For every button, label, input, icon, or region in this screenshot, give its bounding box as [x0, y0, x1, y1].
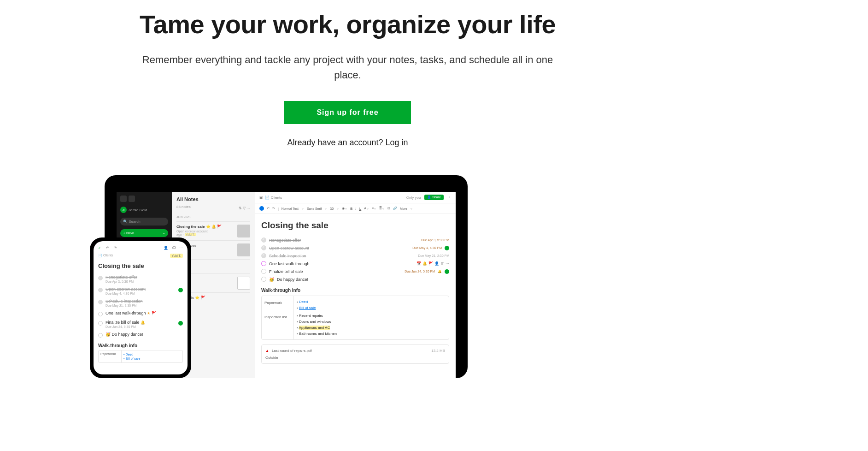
- phone-table: Paperwork DeedBill of sale: [98, 350, 183, 363]
- bell-icon: 🔔: [438, 270, 442, 273]
- nav-fwd-icon: [129, 196, 135, 202]
- bell-icon: 🔔: [422, 261, 427, 266]
- visibility-label: Only you: [406, 196, 421, 200]
- notelist-header: All Notes: [176, 196, 250, 202]
- note-title: Closing the sale: [261, 220, 449, 231]
- color-icon: ◉⌄: [342, 207, 347, 210]
- underline-icon: U: [359, 207, 361, 210]
- product-mockups: J Jamie Gold 🔍 Search + New⌄ All Notes 8…: [90, 175, 486, 378]
- phone-title: Closing the sale: [98, 262, 183, 269]
- list-icon: ≡⌄: [372, 207, 376, 210]
- indent-icon: ⊟: [387, 207, 390, 210]
- tag-badge: Yuki T.: [170, 254, 183, 258]
- info-table: Paperwork Inspection list Deed Bill of s…: [261, 296, 449, 340]
- more-icon: ⋯: [446, 261, 449, 266]
- nav-back-icon: [120, 196, 127, 202]
- note-count: 86 notes: [176, 205, 191, 209]
- phone-section: Walk-through info: [98, 343, 183, 348]
- redo-icon: ↷: [114, 246, 117, 250]
- check-icon: ✓: [98, 246, 101, 250]
- month-label: JUN 2021: [176, 215, 250, 219]
- thumb-icon: [237, 225, 250, 237]
- login-link[interactable]: Already have an account? Log in: [18, 138, 677, 148]
- phone-frame: ✓ ↶ ↷ 👤 🏷 ⋯ 📄 Clients Yuki T. Closing th…: [90, 237, 191, 378]
- share-button: 👤 Share: [424, 195, 444, 200]
- more-icon: ⋯: [179, 246, 183, 250]
- insert-icon: [259, 206, 264, 211]
- highlight-icon: A⌄: [364, 207, 369, 210]
- italic-icon: I: [355, 207, 356, 210]
- undo-icon: ↶: [267, 207, 270, 210]
- user-name: Jamie Gold: [129, 208, 147, 212]
- hero-subtitle: Remember everything and tackle any proje…: [134, 52, 562, 83]
- redo-icon: ↷: [272, 207, 275, 210]
- pdf-icon: ▲: [265, 349, 269, 353]
- new-button: + New⌄: [120, 229, 168, 237]
- hero-title: Tame your work, organize your life: [18, 9, 677, 39]
- tag-icon: 🏷: [172, 246, 176, 250]
- person-icon: 👤: [164, 246, 168, 250]
- user-icon: 👤: [434, 261, 439, 266]
- bold-icon: B: [350, 207, 352, 210]
- undo-icon: ↶: [106, 246, 109, 250]
- flag-icon: 🚩: [428, 261, 433, 266]
- more-icon: ⋮: [447, 196, 451, 200]
- attachment-card: ▲ Last round of repairs.pdf 13.2 MB Outs…: [261, 344, 449, 364]
- section-header: Walk-through info: [261, 288, 449, 293]
- numlist-icon: ≣⌄: [379, 207, 385, 210]
- thumb-icon: [237, 243, 250, 256]
- tablet-editor: ▣ 📄 Clients Only you 👤 Share ⋮ ↶↷| Norma…: [255, 192, 456, 378]
- qr-icon: [237, 277, 250, 290]
- trash-icon: 🗑: [440, 261, 444, 266]
- user-avatar: J: [120, 207, 127, 213]
- note-item: Closing the sale ⭐ 🔔 🚩Open escrow accoun…: [176, 221, 250, 240]
- cal-icon: 📅: [416, 261, 421, 266]
- link-icon: 🔗: [393, 207, 397, 210]
- signup-button[interactable]: Sign up for free: [284, 101, 411, 124]
- editor-toolbar: ↶↷| Normal Text⌄ Sans Serif⌄ 30⌄ ◉⌄ B I …: [255, 203, 456, 214]
- search-input: 🔍 Search: [120, 218, 168, 226]
